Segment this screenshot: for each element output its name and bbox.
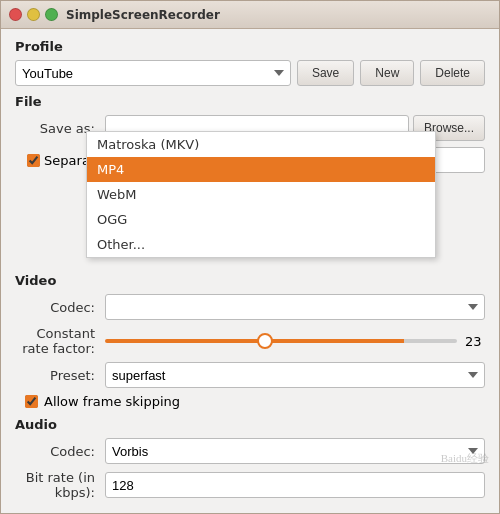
- allow-frame-skip-row: Allow frame skipping: [15, 394, 485, 409]
- window-controls: [9, 8, 58, 21]
- audio-section-label: Audio: [15, 417, 485, 432]
- bitrate-label: Bit rate (in kbps):: [15, 470, 105, 500]
- container-option-ogg[interactable]: OGG: [87, 207, 435, 232]
- preset-select[interactable]: superfast: [105, 362, 485, 388]
- window-title: SimpleScreenRecorder: [66, 8, 220, 22]
- content-area: Profile YouTube Save New Delete File Sav…: [1, 29, 499, 514]
- file-section-label: File: [15, 94, 485, 109]
- allow-frame-skip-checkbox[interactable]: [25, 395, 38, 408]
- constant-rate-label: Constant rate factor:: [15, 326, 105, 356]
- save-button[interactable]: Save: [297, 60, 354, 86]
- video-codec-row: Codec:: [15, 294, 485, 320]
- constant-rate-slider[interactable]: [105, 339, 457, 343]
- bitrate-input[interactable]: [105, 472, 485, 498]
- profile-row: YouTube Save New Delete: [15, 60, 485, 86]
- container-dropdown: Matroska (MKV) MP4 WebM OGG Other...: [86, 131, 436, 258]
- preset-row: Preset: superfast: [15, 362, 485, 388]
- maximize-button[interactable]: [45, 8, 58, 21]
- watermark: Baidu经验: [441, 451, 489, 466]
- titlebar: SimpleScreenRecorder: [1, 1, 499, 29]
- video-section-label: Video: [15, 273, 485, 288]
- preset-label: Preset:: [15, 368, 105, 383]
- audio-codec-label: Codec:: [15, 444, 105, 459]
- video-codec-label: Codec:: [15, 300, 105, 315]
- new-button[interactable]: New: [360, 60, 414, 86]
- main-window: SimpleScreenRecorder Profile YouTube Sav…: [0, 0, 500, 514]
- audio-codec-select[interactable]: Vorbis: [105, 438, 485, 464]
- container-option-mkv[interactable]: Matroska (MKV): [87, 132, 435, 157]
- container-option-webm[interactable]: WebM: [87, 182, 435, 207]
- container-option-other[interactable]: Other...: [87, 232, 435, 257]
- audio-codec-row: Codec: Vorbis: [15, 438, 485, 464]
- separate-checkbox[interactable]: [27, 154, 40, 167]
- profile-select[interactable]: YouTube: [15, 60, 291, 86]
- close-button[interactable]: [9, 8, 22, 21]
- video-codec-select[interactable]: [105, 294, 485, 320]
- constant-rate-row: Constant rate factor: 23: [15, 326, 485, 356]
- allow-frame-skip-label: Allow frame skipping: [44, 394, 180, 409]
- profile-section-label: Profile: [15, 39, 485, 54]
- delete-button[interactable]: Delete: [420, 60, 485, 86]
- constant-rate-value: 23: [465, 334, 485, 349]
- minimize-button[interactable]: [27, 8, 40, 21]
- bitrate-row: Bit rate (in kbps):: [15, 470, 485, 500]
- container-option-mp4[interactable]: MP4: [87, 157, 435, 182]
